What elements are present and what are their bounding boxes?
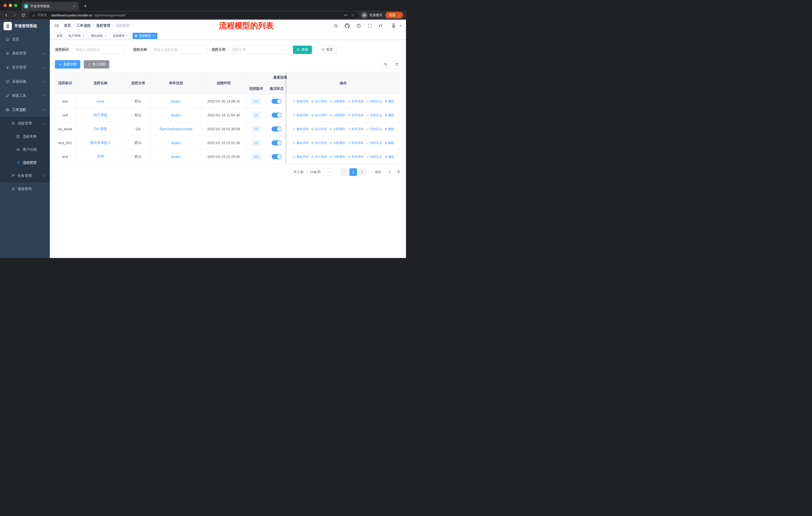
model-name-link[interactable]: eeee [96,99,104,103]
action-publish-model[interactable]: 发布流程 [348,141,364,145]
action-assign-rule[interactable]: 分配规则 [329,99,345,104]
tag-process-model[interactable]: 流程模型× [133,33,157,39]
next-page-button[interactable] [358,168,366,176]
action-delete-model[interactable]: 删除 [384,141,395,145]
filter-key-input[interactable] [72,45,124,54]
fullscreen-icon[interactable] [368,23,372,28]
breadcrumb-home[interactable]: 首页 [64,23,71,28]
model-name-link[interactable]: 滔博 [97,155,104,159]
sidebar-item-process-management[interactable]: 流程管理 [0,117,50,130]
action-process-definition[interactable]: 流程定义 [366,155,382,159]
action-design-model[interactable]: 设计流程 [311,141,327,145]
sidebar-item-infrastructure[interactable]: 基础设施 [0,75,50,89]
update-button[interactable]: 更新 ⋮ [385,12,403,19]
reset-button[interactable]: 重置 [317,46,337,54]
close-icon[interactable]: × [82,34,85,37]
help-icon[interactable] [356,23,361,28]
action-delete-model[interactable]: 删除 [384,113,395,117]
model-name-link[interactable]: OA 请假 [94,127,107,131]
action-edit-model[interactable]: 修改流程 [292,141,309,145]
tab-close-icon[interactable]: × [72,4,76,8]
action-process-definition[interactable]: 流程定义 [366,99,382,104]
action-delete-model[interactable]: 删除 [384,99,395,104]
sidebar-item-system[interactable]: 系统管理 [0,46,50,60]
sidebar-item-task-management[interactable]: 任务管理 [0,169,50,183]
search-icon[interactable] [334,23,338,28]
action-design-model[interactable]: 设计流程 [311,155,327,159]
breadcrumb-process-management[interactable]: 流程管理 [96,23,110,28]
action-design-model[interactable]: 设计流程 [311,113,327,117]
font-size-icon[interactable]: tT [379,24,383,28]
back-button-icon[interactable] [3,12,9,19]
toggle-search-button[interactable] [381,60,390,69]
create-model-button[interactable]: 新建流程 [55,60,80,69]
close-icon[interactable]: × [104,34,107,37]
sidebar-item-process-model[interactable]: 流程模型 [0,156,50,169]
close-icon[interactable]: × [126,34,129,37]
new-tab-button[interactable]: + [82,3,88,9]
goto-page-input[interactable] [384,168,395,175]
action-design-model[interactable]: 设计流程 [311,127,327,131]
action-assign-rule[interactable]: 分配规则 [329,113,345,117]
action-edit-model[interactable]: 修改流程 [292,155,309,159]
sidebar-item-dev-tools[interactable]: 研发工具 [0,89,50,103]
window-zoom-button[interactable] [14,4,18,7]
form-info-link[interactable]: biubiu [171,155,180,159]
window-close-button[interactable] [3,4,7,7]
forward-button-icon[interactable] [11,12,18,19]
action-delete-model[interactable]: 删除 [384,155,395,159]
model-name-link[interactable]: 自己审批 [93,113,108,117]
sidebar-item-user-group[interactable]: 用户分组 [0,143,50,156]
sidebar-item-leave-query[interactable]: 请假查询 [0,183,50,195]
model-name-link[interactable]: 测试多审批人 [90,141,111,145]
page-number-current[interactable]: 1 [349,168,357,176]
sidebar-fold-icon[interactable] [54,23,59,28]
form-info-link[interactable]: biubiu [171,99,180,103]
action-assign-rule[interactable]: 分配规则 [329,155,345,159]
action-delete-model[interactable]: 删除 [384,127,395,131]
browser-tab[interactable]: 芋道管理系统 × [21,2,79,10]
tag-tenant[interactable]: 租户管理× [66,33,87,39]
tag-process-form[interactable]: 流程表单× [111,33,132,39]
active-toggle[interactable] [271,127,282,132]
breadcrumb-workflow[interactable]: 工作流程 [77,23,91,28]
page-size-select[interactable]: 10条/页 [307,168,332,176]
browser-menu-icon[interactable]: ⋮ [398,13,401,17]
action-assign-rule[interactable]: 分配规则 [329,127,345,131]
close-icon[interactable]: × [152,34,155,37]
action-process-definition[interactable]: 流程定义 [366,141,382,145]
sidebar-item-payment[interactable]: 支付管理 [0,60,50,75]
prev-page-button[interactable] [340,168,348,176]
action-process-definition[interactable]: 流程定义 [366,113,382,117]
import-model-button[interactable]: 导入流程 [84,60,109,69]
action-publish-model[interactable]: 发布流程 [348,127,364,131]
filter-name-input[interactable] [150,45,207,54]
tag-home[interactable]: 首页 [54,33,65,39]
refresh-table-button[interactable] [393,60,401,69]
active-toggle[interactable] [271,154,282,159]
sidebar-item-process-form[interactable]: 流程表单 [0,130,50,143]
action-assign-rule[interactable]: 分配规则 [329,141,345,145]
action-publish-model[interactable]: 发布流程 [348,155,364,159]
search-button[interactable]: 搜索 [293,46,312,54]
form-info-link[interactable]: biubiu [171,113,180,117]
form-info-link[interactable]: /bpm/oa/leave/create [160,127,193,131]
sidebar-item-home[interactable]: 首页 [0,32,50,46]
bookmark-star-icon[interactable]: ☆ [351,13,355,18]
app-logo[interactable]: 芋道管理系统 [0,20,50,32]
reload-button-icon[interactable] [20,12,27,19]
window-minimize-button[interactable] [9,4,12,7]
action-edit-model[interactable]: 修改流程 [292,127,309,131]
user-menu[interactable] [389,21,402,30]
sidebar-item-workflow[interactable]: 工作流程 [0,103,50,117]
action-edit-model[interactable]: 修改流程 [292,99,309,104]
action-design-model[interactable]: 设计流程 [311,99,327,104]
password-key-icon[interactable] [344,13,348,17]
active-toggle[interactable] [271,113,282,118]
action-publish-model[interactable]: 发布流程 [348,99,364,104]
active-toggle[interactable] [271,99,282,104]
tag-my-process[interactable]: 我的流程× [88,33,109,39]
action-process-definition[interactable]: 流程定义 [366,127,382,131]
action-publish-model[interactable]: 发布流程 [348,113,364,117]
address-bar[interactable]: ⚠ 不安全 dashboard.yudao.iocoder.cn/bpm/man… [29,11,358,19]
